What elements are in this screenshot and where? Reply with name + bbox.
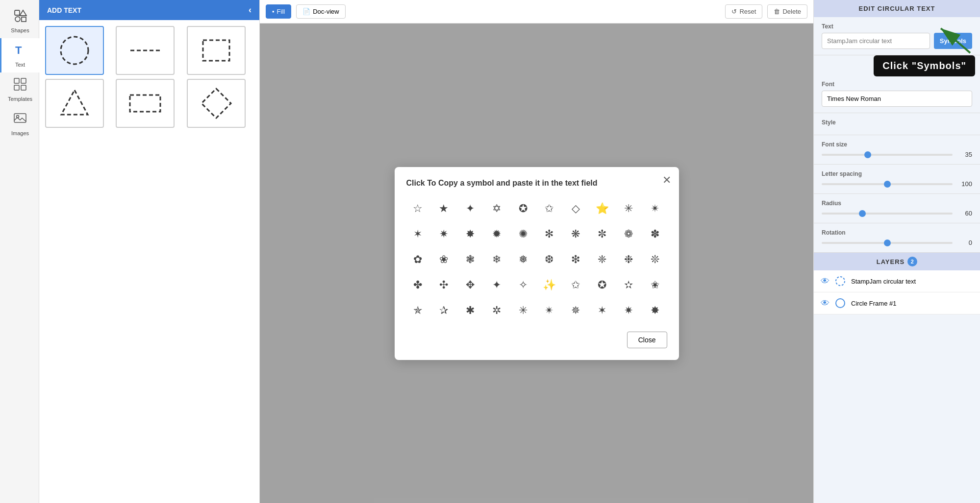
font-select-row: Times New Roman Arial Helvetica Georgia [822, 91, 972, 107]
radius-slider[interactable] [822, 213, 953, 215]
symbol-btn[interactable]: ❉ [617, 248, 640, 271]
symbol-btn[interactable]: ✻ [538, 223, 560, 245]
symbol-btn[interactable]: ✩ [538, 197, 560, 220]
symbol-btn[interactable]: ✦ [459, 197, 481, 220]
shape-line-dashed[interactable] [116, 26, 175, 75]
panel-title: ADD TEXT [47, 6, 81, 14]
symbols-grid: ☆ ★ ✦ ✡ ✪ ✩ ◇ ⭐ ✳ ✴ ✶ ✷ ✸ ✹ ✺ ✻ [406, 197, 667, 322]
svg-rect-15 [130, 95, 160, 112]
shape-circle-dashed[interactable] [45, 26, 104, 75]
toolbar: ▪ Fill 📄 Doc-view ↺ Reset 🗑 Delete [260, 0, 813, 24]
images-icon [13, 112, 27, 128]
symbol-btn[interactable]: ✸ [459, 223, 481, 245]
symbol-btn[interactable]: ✶ [406, 223, 429, 245]
symbol-btn[interactable]: ☆ [406, 197, 429, 220]
shape-rect-wide-dashed[interactable] [116, 79, 175, 128]
letter-spacing-slider[interactable] [822, 183, 953, 185]
symbol-btn[interactable]: ❊ [644, 248, 666, 271]
fill-label: Fill [277, 8, 285, 15]
layer-circle-icon [834, 297, 846, 309]
symbol-btn[interactable]: ✯ [406, 299, 429, 322]
symbol-btn[interactable]: ✤ [406, 274, 429, 296]
sidebar-item-text[interactable]: T Text [0, 38, 39, 72]
modal-close-btn[interactable]: Close [627, 332, 667, 348]
letter-spacing-value: 100 [957, 180, 972, 188]
shapes-label: Shapes [11, 27, 29, 33]
symbol-btn[interactable]: ⭐ [591, 197, 613, 220]
sidebar-item-templates[interactable]: Templates [0, 72, 39, 107]
rotation-slider[interactable] [822, 242, 953, 244]
font-select[interactable]: Times New Roman Arial Helvetica Georgia [822, 91, 972, 107]
layer-circle-dashed-icon [834, 275, 846, 287]
font-size-value: 35 [957, 151, 972, 158]
symbol-btn[interactable]: ✣ [432, 274, 455, 296]
symbol-btn[interactable]: ✴ [644, 197, 666, 220]
symbol-btn[interactable]: ✼ [591, 223, 613, 245]
symbol-btn[interactable]: ❆ [538, 248, 560, 271]
symbol-btn[interactable]: ✦ [485, 274, 508, 296]
radius-label: Radius [822, 200, 972, 207]
symbol-btn[interactable]: ❀ [432, 248, 455, 271]
symbol-btn[interactable]: ◇ [564, 197, 587, 220]
modal-overlay[interactable]: Click To Copy a symbol and paste it in t… [260, 24, 813, 503]
layer-eye-icon-2[interactable]: 👁 [821, 298, 829, 309]
symbol-btn[interactable]: ✥ [459, 274, 481, 296]
shape-triangle-dashed[interactable] [45, 79, 104, 128]
svg-rect-8 [21, 85, 26, 90]
symbol-btn[interactable]: ❄ [485, 248, 508, 271]
symbol-btn[interactable]: ✱ [459, 299, 481, 322]
symbol-btn[interactable]: ❁ [617, 223, 640, 245]
delete-button[interactable]: 🗑 Delete [767, 4, 807, 19]
symbol-btn[interactable]: ✰ [432, 299, 455, 322]
svg-rect-5 [14, 78, 19, 83]
symbol-btn[interactable]: ✳ [512, 299, 534, 322]
symbol-btn[interactable]: ❇ [564, 248, 587, 271]
sidebar-item-images[interactable]: Images [0, 107, 39, 141]
symbol-btn[interactable]: ❅ [512, 248, 534, 271]
symbol-btn[interactable]: ✿ [406, 248, 429, 271]
symbol-btn[interactable]: ✩ [564, 274, 587, 296]
symbol-btn[interactable]: ★ [432, 197, 455, 220]
symbol-btn[interactable]: ✲ [485, 299, 508, 322]
symbol-btn[interactable]: ✷ [617, 299, 640, 322]
reset-button[interactable]: ↺ Reset [725, 4, 762, 19]
symbol-btn[interactable]: ✵ [564, 299, 587, 322]
symbol-btn[interactable]: ✽ [644, 223, 666, 245]
symbol-btn[interactable]: ✸ [644, 299, 666, 322]
svg-marker-14 [61, 90, 88, 115]
rotation-section: Rotation 0 [814, 223, 980, 253]
collapse-button[interactable]: ‹ [249, 5, 251, 15]
symbol-btn[interactable]: ✡ [485, 197, 508, 220]
doc-view-button[interactable]: 📄 Doc-view [296, 4, 345, 19]
symbol-btn[interactable]: ✬ [644, 274, 666, 296]
symbol-btn[interactable]: ✨ [538, 274, 560, 296]
symbol-btn[interactable]: ❈ [591, 248, 613, 271]
shapes-icon [13, 9, 27, 25]
svg-point-18 [836, 277, 845, 286]
symbol-btn[interactable]: ✪ [512, 197, 534, 220]
symbol-btn[interactable]: ✧ [512, 274, 534, 296]
layer-eye-icon[interactable]: 👁 [821, 276, 829, 287]
symbol-btn[interactable]: ❃ [459, 248, 481, 271]
symbol-btn[interactable]: ✶ [591, 299, 613, 322]
symbol-btn[interactable]: ✪ [591, 274, 613, 296]
symbol-btn[interactable]: ✳ [617, 197, 640, 220]
symbol-btn[interactable]: ✷ [432, 223, 455, 245]
text-label: Text [15, 62, 25, 68]
shape-diamond-dashed[interactable] [187, 79, 246, 128]
symbol-btn[interactable]: ❋ [564, 223, 587, 245]
modal-close-button[interactable]: ✕ [662, 175, 671, 186]
layers-badge: 2 [907, 257, 917, 266]
fill-button[interactable]: ▪ Fill [266, 4, 291, 19]
symbol-btn[interactable]: ✺ [512, 223, 534, 245]
svg-rect-9 [14, 114, 26, 122]
symbol-btn[interactable]: ✴ [538, 299, 560, 322]
shape-rect-dashed[interactable] [187, 26, 246, 75]
font-size-slider[interactable] [822, 154, 953, 156]
layers-section: LAYERS 2 👁 StampJam circular text 👁 Circ… [814, 253, 980, 503]
symbol-btn[interactable]: ✹ [485, 223, 508, 245]
layer-item-text[interactable]: 👁 StampJam circular text [814, 270, 980, 292]
sidebar-item-shapes[interactable]: Shapes [0, 4, 39, 38]
layer-item-circle[interactable]: 👁 Circle Frame #1 [814, 292, 980, 314]
symbol-btn[interactable]: ✫ [617, 274, 640, 296]
